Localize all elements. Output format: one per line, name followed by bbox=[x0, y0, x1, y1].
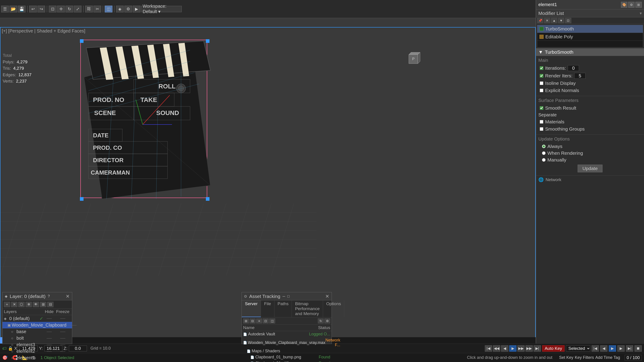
toolbar-unlink[interactable]: ✂ bbox=[94, 6, 101, 12]
render-iters-input[interactable] bbox=[574, 73, 586, 79]
toolbar-material[interactable]: ◈ bbox=[116, 6, 124, 12]
pb-next-frame[interactable]: ▶▶ bbox=[517, 345, 524, 352]
asset-item-1[interactable]: 📄Wooden_Movie_Clapboard_max_vray.maxNetw… bbox=[242, 337, 332, 348]
manually-radio[interactable] bbox=[542, 158, 546, 162]
toolbar-new[interactable]: ☰ bbox=[1, 6, 9, 12]
asset-item-0[interactable]: 📄Autodesk VaultLogged O... bbox=[242, 331, 332, 337]
asset-tab-0[interactable]: Server bbox=[242, 301, 261, 317]
pb-play[interactable]: ▶ bbox=[509, 345, 516, 352]
modifier-item-turbosmooth[interactable]: TurboSmooth bbox=[537, 25, 643, 33]
pb-prev-frame2[interactable]: ◀ bbox=[600, 345, 608, 352]
isoline-checkbox[interactable] bbox=[540, 81, 543, 85]
iterations-input[interactable] bbox=[568, 65, 579, 71]
when-rendering-radio[interactable] bbox=[542, 151, 546, 155]
layer-hide-btn[interactable]: 👁 bbox=[33, 302, 39, 307]
asset-tab-2[interactable]: Paths bbox=[274, 301, 292, 317]
asset-tb-btn-5[interactable]: ◫ bbox=[269, 319, 275, 324]
asset-settings-btn[interactable]: ⚙ bbox=[324, 319, 330, 324]
toolbar-open[interactable]: 📂 bbox=[10, 6, 17, 12]
pb-key-last[interactable]: ▶| bbox=[534, 345, 541, 352]
asset-tb-btn-4[interactable]: ⊡ bbox=[263, 319, 268, 324]
toolbar-undo[interactable]: ↩ bbox=[29, 6, 37, 12]
asset-refresh-btn[interactable]: ↻ bbox=[318, 319, 324, 324]
layer-item-2[interactable]: ○base──── bbox=[2, 328, 72, 335]
layer-item-1[interactable]: ▣Wooden_Movie_Clapboard──── bbox=[2, 322, 72, 328]
toolbar-scale[interactable]: ⤢ bbox=[74, 6, 82, 12]
layer-item-3[interactable]: ○bolt──── bbox=[2, 335, 72, 342]
frame-counter[interactable]: 0 / 100 bbox=[624, 355, 642, 361]
toolbar-render-setup[interactable]: ⚙ bbox=[124, 6, 132, 12]
smoothing-groups-checkbox[interactable] bbox=[540, 127, 543, 131]
asset-tab-3[interactable]: Bitmap Performance and Memory bbox=[292, 301, 323, 317]
pb-next-frame2[interactable]: ▶ bbox=[617, 345, 624, 352]
layer-item-6[interactable]: ○element1──── bbox=[2, 355, 72, 361]
modifier-dropdown-icon[interactable]: ▾ bbox=[640, 11, 642, 16]
mod-instance-btn[interactable]: ⊡ bbox=[565, 18, 571, 23]
layer-item-5[interactable]: ○element2──── bbox=[2, 348, 72, 355]
pb-prev-key[interactable]: ◀◀ bbox=[493, 345, 500, 352]
mod-up-btn[interactable]: ▲ bbox=[551, 18, 557, 23]
layer-delete-btn[interactable]: ✕ bbox=[11, 302, 18, 307]
view-cube[interactable]: P bbox=[403, 50, 424, 70]
pb-mode-btn[interactable]: ⏹ bbox=[634, 345, 642, 352]
pb-prev-frame[interactable]: ◀ bbox=[501, 345, 508, 352]
asset-status-1: Network F... bbox=[326, 338, 340, 347]
toolbar-move[interactable]: ✛ bbox=[57, 6, 65, 12]
render-iters-check[interactable] bbox=[540, 74, 543, 78]
asset-maximize-btn[interactable]: □ bbox=[287, 294, 290, 298]
layer-item-7[interactable]: ○Wooden_Movie_Clapboard──── bbox=[2, 361, 72, 362]
asset-close-btn[interactable]: ✕ bbox=[325, 294, 329, 299]
asset-tb-btn-1[interactable]: ⊞ bbox=[243, 319, 249, 324]
network-section: 🌐 Network bbox=[536, 175, 644, 184]
key-mode-select[interactable]: Selected bbox=[566, 345, 590, 352]
explicit-normals-checkbox[interactable] bbox=[540, 89, 543, 92]
render-iters-checkbox[interactable] bbox=[540, 66, 543, 70]
asset-tab-4[interactable]: Options bbox=[323, 301, 344, 317]
layer-item-4[interactable]: ○element3──── bbox=[2, 342, 72, 348]
toolbar-rotate[interactable]: ↻ bbox=[66, 6, 73, 12]
pb-next-key[interactable]: ▶▶ bbox=[526, 345, 533, 352]
rp-color-btn[interactable]: 🎨 bbox=[621, 2, 627, 8]
toolbar-select[interactable]: ⊡ bbox=[49, 6, 56, 12]
layer-freeze-btn[interactable]: ❄ bbox=[26, 302, 32, 307]
asset-minimize-btn[interactable]: ─ bbox=[282, 294, 285, 298]
toolbar-render[interactable]: ▶ bbox=[133, 6, 140, 12]
mod-down-btn[interactable]: ▼ bbox=[558, 18, 564, 23]
layer-collapse-btn[interactable]: ⊟ bbox=[47, 302, 54, 307]
rp-settings-btn[interactable]: ⚙ bbox=[628, 2, 634, 8]
asset-item-2[interactable]: 📄Maps / Shaders bbox=[242, 348, 332, 354]
toolbar-redo[interactable]: ↪ bbox=[38, 6, 45, 12]
mod-delete-btn[interactable]: ✕ bbox=[544, 18, 550, 23]
layer-panel-question[interactable]: ? bbox=[48, 294, 50, 298]
pb-last-frame2[interactable]: ▶| bbox=[626, 345, 633, 352]
autokey-button[interactable]: Auto Key bbox=[542, 345, 564, 352]
layer-add-btn[interactable]: + bbox=[4, 302, 10, 307]
workspace-selector[interactable]: Workspace: Default ▾ bbox=[141, 6, 182, 12]
asset-tb-btn-2[interactable]: ⊟ bbox=[250, 319, 256, 324]
smooth-result-checkbox[interactable] bbox=[540, 106, 543, 110]
asset-item-4[interactable]: 📄Clapboard_01_diffuse.pngFound bbox=[242, 360, 332, 362]
turbosmooth-header[interactable]: ▼ TurboSmooth bbox=[536, 48, 644, 56]
layer-panel-close[interactable]: ✕ bbox=[66, 294, 70, 299]
modifier-list-box[interactable]: TurboSmooth Editable Poly bbox=[537, 25, 643, 47]
layer-item-0[interactable]: ◈0 (default)✓──── bbox=[2, 315, 72, 322]
toolbar-save[interactable]: 💾 bbox=[18, 6, 26, 12]
layer-select-btn[interactable]: ⬡ bbox=[18, 302, 24, 307]
rp-expand-btn[interactable]: ⊞ bbox=[636, 2, 642, 8]
pb-key-first[interactable]: |◀ bbox=[485, 345, 492, 352]
frame-slider-thumb[interactable] bbox=[0, 337, 2, 344]
svg-text:SCENE: SCENE bbox=[94, 109, 116, 116]
update-button[interactable]: Update bbox=[578, 165, 602, 172]
materials-checkbox[interactable] bbox=[540, 120, 543, 124]
toolbar-view-mode[interactable]: ◫ bbox=[105, 6, 112, 12]
modifier-item-editablepoly[interactable]: Editable Poly bbox=[537, 33, 643, 41]
asset-tb-btn-3[interactable]: ≡ bbox=[256, 319, 262, 324]
mod-pin-btn[interactable]: 📌 bbox=[537, 18, 543, 23]
toolbar-link[interactable]: ⛓ bbox=[85, 6, 93, 12]
asset-tab-1[interactable]: File bbox=[261, 301, 274, 317]
layer-expand-btn[interactable]: ⊞ bbox=[40, 302, 46, 307]
pb-play2[interactable]: ▶ bbox=[609, 345, 616, 352]
asset-item-3[interactable]: 📄Clapboard_01_bump.pngFound bbox=[242, 354, 332, 360]
always-radio[interactable] bbox=[542, 145, 546, 148]
pb-set-key-first2[interactable]: |◀ bbox=[592, 345, 599, 352]
